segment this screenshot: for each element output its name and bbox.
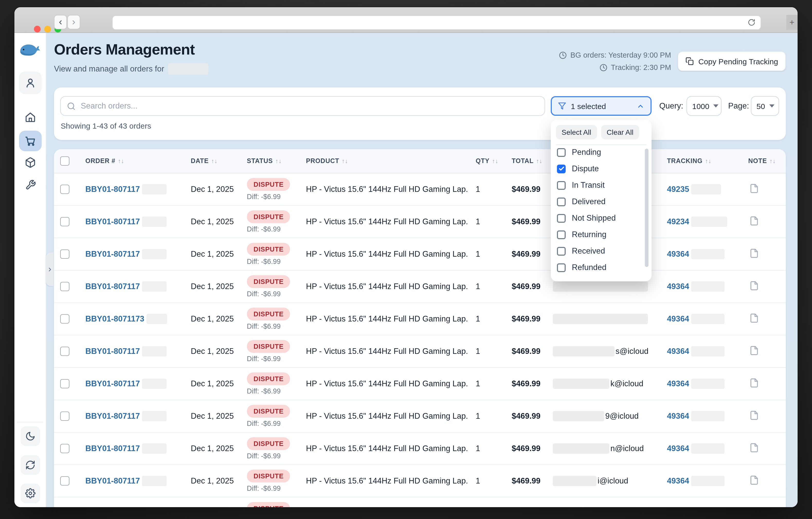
sidebar-collapse-handle[interactable]	[46, 253, 54, 286]
note-cell[interactable]	[739, 410, 786, 422]
order-qty: 1	[468, 217, 496, 226]
filter-option[interactable]: Received	[557, 243, 641, 259]
bg-orders-time: BG orders: Yesterday 9:00 PM	[559, 49, 671, 61]
filter-option[interactable]: Pending	[557, 144, 641, 161]
option-checkbox[interactable]	[557, 164, 566, 173]
filter-option[interactable]: In Transit	[557, 177, 641, 194]
url-bar[interactable]	[112, 16, 761, 30]
note-cell[interactable]	[739, 378, 786, 390]
tracking-number[interactable]: 49364	[657, 476, 739, 486]
order-number-link[interactable]: BBY01-807117	[85, 411, 186, 421]
row-checkbox[interactable]	[60, 185, 69, 194]
note-cell[interactable]	[739, 248, 786, 260]
tracking-number[interactable]: 49364	[657, 443, 739, 454]
status-filter-button[interactable]: 1 selected	[551, 96, 651, 116]
sidebar-item-products[interactable]	[19, 152, 42, 173]
option-checkbox[interactable]	[557, 230, 566, 239]
order-number-link[interactable]: BBY01-807117	[85, 379, 186, 389]
column-header-note[interactable]: NOTE↑↓	[739, 157, 786, 165]
filter-option[interactable]: Not Shipped	[557, 210, 641, 226]
product-name: HP - Victus 15.6" 144Hz Full HD Gaming L…	[301, 185, 468, 194]
tracking-number[interactable]: 49364	[657, 346, 739, 356]
column-header-total[interactable]: TOTAL↑↓	[496, 157, 543, 165]
note-cell[interactable]	[739, 281, 786, 292]
row-checkbox[interactable]	[60, 379, 69, 388]
tracking-number[interactable]: 49235	[657, 184, 739, 195]
row-checkbox[interactable]	[60, 444, 69, 454]
orders-table-card: ORDER #↑↓ DATE↑↓ STATUS↑↓ PRODUCT↑↓ QTY↑…	[54, 149, 786, 507]
order-number-link[interactable]: BBY01-807117	[85, 249, 186, 259]
note-cell[interactable]	[739, 216, 786, 228]
note-cell[interactable]	[739, 442, 786, 455]
price-diff: Diff: -$6.99	[247, 452, 301, 460]
row-checkbox[interactable]	[60, 282, 69, 291]
order-number-link[interactable]: BBY01-807117	[85, 184, 186, 195]
option-checkbox[interactable]	[557, 197, 566, 206]
search-box[interactable]	[60, 96, 545, 116]
sidebar-item-home[interactable]	[19, 107, 42, 127]
row-checkbox[interactable]	[60, 412, 69, 421]
sidebar-item-tools[interactable]	[19, 174, 42, 195]
row-checkbox[interactable]	[60, 315, 69, 324]
window-minimize-button[interactable]	[44, 26, 51, 32]
note-cell[interactable]	[739, 183, 786, 195]
tracking-number[interactable]: 49364	[657, 411, 739, 421]
option-checkbox[interactable]	[557, 181, 566, 190]
order-number-link[interactable]: BBY01-807117	[85, 346, 186, 356]
note-cell[interactable]	[739, 345, 786, 357]
option-checkbox[interactable]	[557, 148, 566, 156]
option-checkbox[interactable]	[557, 214, 566, 223]
order-number-link[interactable]: BBY01-807117	[85, 476, 186, 486]
order-qty: 1	[468, 347, 496, 356]
order-number-link[interactable]: BBY01-807117	[85, 281, 186, 292]
new-tab-button[interactable]: +	[786, 15, 798, 30]
filter-option[interactable]: Dispute	[557, 161, 641, 177]
option-checkbox[interactable]	[557, 263, 566, 272]
tracking-number[interactable]: 49234	[657, 217, 739, 227]
row-checkbox[interactable]	[60, 250, 69, 259]
search-input[interactable]	[81, 101, 539, 111]
filter-option[interactable]: Delivered	[557, 194, 641, 210]
option-checkbox[interactable]	[557, 247, 566, 255]
order-number-link[interactable]: BBY01-8071173	[85, 314, 186, 324]
reload-icon[interactable]	[748, 19, 755, 26]
query-select[interactable]: 1000	[687, 96, 722, 116]
order-qty: 1	[468, 411, 496, 421]
column-header-product[interactable]: PRODUCT↑↓	[301, 157, 468, 165]
tracking-number[interactable]: 49364	[657, 249, 739, 259]
dropdown-scrollbar[interactable]	[645, 149, 648, 267]
filter-option[interactable]: Refunded	[557, 259, 641, 276]
tracking-number[interactable]: 49364	[657, 281, 739, 292]
column-header-tracking[interactable]: TRACKING↑↓	[657, 157, 739, 165]
page-select[interactable]: 50	[751, 96, 779, 116]
column-header-order[interactable]: ORDER #↑↓	[83, 157, 186, 165]
row-checkbox[interactable]	[60, 477, 69, 486]
sidebar-item-account[interactable]	[19, 71, 42, 94]
tracking-number[interactable]: 49364	[657, 314, 739, 324]
sync-button[interactable]	[21, 455, 40, 475]
row-checkbox[interactable]	[60, 347, 69, 356]
row-checkbox[interactable]	[60, 217, 69, 227]
price-diff: Diff: -$6.99	[247, 387, 301, 395]
note-cell[interactable]	[739, 475, 786, 487]
column-header-qty[interactable]: QTY↑↓	[468, 157, 496, 165]
note-cell[interactable]	[739, 313, 786, 325]
select-all-checkbox[interactable]	[60, 156, 69, 166]
clear-all-button[interactable]: Clear All	[601, 125, 639, 139]
sidebar-item-orders[interactable]	[19, 131, 42, 151]
tracking-number[interactable]: 49364	[657, 379, 739, 389]
column-header-date[interactable]: DATE↑↓	[186, 157, 243, 165]
order-number-link[interactable]: BBY01-807117	[85, 443, 186, 454]
select-all-button[interactable]: Select All	[556, 125, 597, 139]
browser-back-button[interactable]	[54, 15, 67, 29]
dark-mode-toggle[interactable]	[21, 426, 40, 446]
window-close-button[interactable]	[34, 26, 40, 32]
order-total: $469.99	[496, 314, 543, 323]
settings-button[interactable]	[21, 484, 40, 503]
sort-icon: ↑↓	[770, 158, 776, 164]
column-header-status[interactable]: STATUS↑↓	[243, 157, 301, 165]
filter-option[interactable]: Returning	[557, 226, 641, 243]
copy-pending-tracking-button[interactable]: Copy Pending Tracking	[678, 52, 786, 71]
browser-forward-button[interactable]	[67, 15, 80, 29]
order-number-link[interactable]: BBY01-807117	[85, 217, 186, 227]
